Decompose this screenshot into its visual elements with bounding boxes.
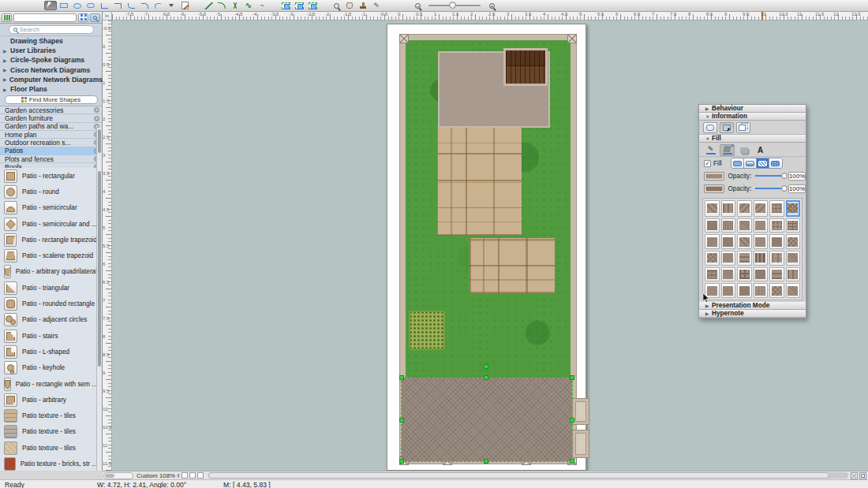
pattern-swatch-plaid-f[interactable]: [754, 283, 769, 298]
eyedropper-tool[interactable]: ✎: [370, 1, 383, 10]
patio-steps[interactable]: [572, 430, 589, 458]
tree-item-cisco-network-diagrams[interactable]: ▶Cisco Network Diagrams: [0, 65, 102, 75]
shape-item[interactable]: Patio - rounded rectangle: [0, 296, 97, 311]
close-library-icon[interactable]: ✕: [94, 107, 99, 113]
selection-handle[interactable]: [399, 375, 404, 380]
selection-handle[interactable]: [484, 459, 488, 464]
search-input[interactable]: Search: [9, 25, 94, 34]
text-style-button[interactable]: A: [753, 144, 768, 156]
rectangle-tool[interactable]: [58, 1, 70, 10]
fill-style-button[interactable]: [720, 144, 735, 156]
selection-handle[interactable]: [570, 418, 574, 423]
horizontal-scrollbar-main[interactable]: [208, 472, 848, 479]
shape-item[interactable]: Patio texture - tiles: [0, 408, 97, 423]
pattern-swatch-vlines-f[interactable]: [721, 218, 736, 233]
gradient-fill-button[interactable]: [744, 158, 757, 168]
tree-item-user-libraries[interactable]: ▶User Libraries: [0, 46, 102, 55]
line-tool[interactable]: [202, 1, 215, 10]
round-connector-tool[interactable]: [152, 1, 164, 10]
spline-tool[interactable]: ∿: [242, 1, 255, 10]
pattern-swatch-grid[interactable]: [769, 200, 784, 217]
arrow-connector-tool[interactable]: [125, 1, 137, 10]
patio-steps[interactable]: [572, 398, 589, 425]
stroke-opacity-slider[interactable]: [755, 175, 785, 177]
pattern-swatch-vlines-d[interactable]: [754, 251, 769, 266]
stamp-tool[interactable]: [357, 1, 369, 10]
page-button[interactable]: [197, 472, 204, 479]
fill-section-header[interactable]: ▼ Fill: [699, 135, 806, 143]
find-more-shapes-button[interactable]: Find More Shapes: [5, 95, 98, 104]
fill-opacity-value[interactable]: 100%: [788, 184, 806, 193]
stroke-opacity-value[interactable]: 100%: [788, 172, 806, 181]
crop-selection-tool[interactable]: [279, 1, 292, 10]
disclosure-icon[interactable]: ▶: [3, 48, 8, 54]
close-library-icon[interactable]: ✕: [94, 116, 99, 121]
hypernote-section-header[interactable]: ▶ Hypernote: [699, 310, 806, 318]
pattern-swatch-checker[interactable]: [705, 251, 720, 266]
shape-item[interactable]: Patio - semicircular: [0, 200, 97, 216]
connector-dropdown[interactable]: [165, 1, 178, 10]
tree-item-drawing-shapes[interactable]: Drawing Shapes: [0, 36, 102, 46]
presentation-section-header[interactable]: ▶ Presentation Mode: [699, 302, 806, 310]
disclosure-icon[interactable]: ▶: [3, 76, 7, 82]
zoom-stepper[interactable]: ▲▼: [177, 473, 180, 479]
horizontal-scrollbar-left[interactable]: [103, 472, 133, 479]
shape-item[interactable]: Patio - scalene trapezoid: [0, 248, 97, 263]
pattern-swatch-checker-f[interactable]: [721, 267, 736, 282]
group-selection-tool[interactable]: [306, 1, 319, 10]
pattern-swatch-solid2[interactable]: [754, 267, 769, 282]
shrub-shape[interactable]: [409, 311, 445, 350]
pattern-swatch-solid2[interactable]: [721, 234, 736, 249]
smart-connector-tool[interactable]: [111, 1, 124, 10]
page-button[interactable]: [181, 472, 188, 479]
magnifier-tool[interactable]: [330, 1, 342, 10]
pattern-swatch-checker-f[interactable]: [721, 251, 736, 266]
pattern-swatch-bricks[interactable]: [786, 218, 801, 233]
freehand-tool[interactable]: ~: [256, 1, 268, 10]
shadow-style-button[interactable]: [736, 144, 751, 156]
pattern-swatch-crosshatch[interactable]: [786, 200, 801, 217]
curve-connector-tool[interactable]: [138, 1, 151, 10]
selected-patio-shape[interactable]: [402, 378, 572, 461]
disclosure-icon[interactable]: ▶: [3, 58, 8, 63]
fill-color-well[interactable]: [704, 184, 724, 193]
rotate-handle[interactable]: [484, 364, 488, 369]
pattern-swatch-hlines[interactable]: [737, 251, 752, 266]
pattern-swatch-diag-tl[interactable]: [705, 200, 720, 217]
zoom-in-icon[interactable]: +: [485, 1, 498, 10]
library-item-patios[interactable]: Patios✕: [0, 147, 102, 155]
solid-fill-button[interactable]: [731, 158, 744, 168]
pattern-swatch-diag-br[interactable]: [754, 200, 769, 217]
library-item-garden-furniture[interactable]: Garden furniture✕: [0, 114, 102, 122]
pattern-swatch-vlines[interactable]: [721, 200, 736, 217]
pattern-swatch-dotgrid[interactable]: [705, 267, 720, 282]
rounded-rectangle-tool[interactable]: [84, 1, 97, 10]
shape-item[interactable]: Patio - round: [0, 184, 97, 199]
pattern-swatch-checker[interactable]: [769, 283, 784, 298]
shape-pencil-tool[interactable]: [178, 1, 191, 10]
selection-handle[interactable]: [570, 375, 574, 380]
pattern-swatch-solid2[interactable]: [769, 234, 784, 249]
texture-fill-button[interactable]: [769, 158, 782, 168]
disclosure-icon[interactable]: ▶: [3, 87, 8, 92]
shape-item[interactable]: Patio - triangular: [0, 280, 97, 296]
pattern-swatch-checker-f[interactable]: [705, 234, 720, 249]
search-icon[interactable]: [90, 13, 100, 22]
pattern-swatch-checker[interactable]: [786, 234, 801, 249]
pattern-swatch-diag-br[interactable]: [737, 200, 752, 217]
zoom-slider-knob[interactable]: [449, 2, 456, 9]
shape-item[interactable]: Patio - stairs: [0, 328, 97, 344]
library-item-outdoor-recreation-s-[interactable]: Outdoor recreation s...✕: [0, 139, 102, 147]
pattern-swatch-plaid[interactable]: [769, 251, 784, 266]
shape-item[interactable]: Patio texture - bricks, str ...: [0, 456, 97, 471]
shape-item[interactable]: Patio - arbitrary: [0, 392, 97, 408]
pattern-swatch-diag-f[interactable]: [737, 218, 752, 233]
library-item-garden-paths-and-wa-[interactable]: Garden paths and wa...✕: [0, 123, 102, 131]
pattern-swatch-hlines[interactable]: [769, 267, 784, 282]
pattern-swatch-solid2[interactable]: [737, 283, 752, 298]
pointer-tool[interactable]: [44, 1, 57, 10]
selection-info-button[interactable]: [720, 122, 734, 133]
pattern-swatch-diag-tl[interactable]: [737, 234, 752, 249]
patio-tiles-small[interactable]: [470, 238, 555, 293]
pan-tool[interactable]: [343, 1, 356, 10]
